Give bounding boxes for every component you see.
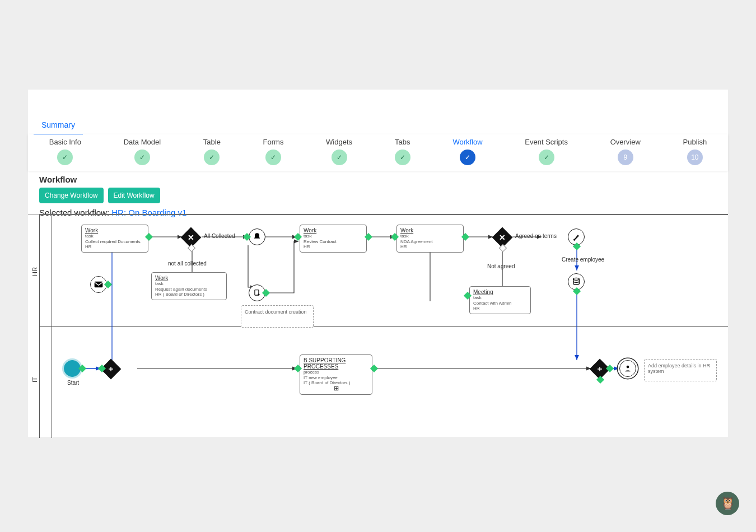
lane-label-hr: HR [31,267,38,276]
check-icon: ✓ [332,150,347,165]
step-label: Data Model [124,138,161,146]
task-meeting[interactable]: Meeting task Contact with Admin HR [469,286,531,314]
task-request-again[interactable]: Work task Request again documents HR ( B… [151,272,227,300]
edge-label-all-collected: All Collected [204,233,235,239]
wizard-step-forms[interactable]: Forms✓ [263,138,284,165]
start-label: Start [67,380,79,386]
step-label: Workflow [452,138,482,146]
check-icon: ✓ [134,150,150,165]
help-avatar-button[interactable]: 🦉 [716,492,739,515]
step-number: 10 [687,150,703,165]
subprocess-supporting[interactable]: B.SUPPORTING PROCESSES process IT new em… [300,354,372,395]
bpmn-canvas[interactable]: HR IT [28,214,728,438]
bell-icon [253,232,262,241]
check-icon: ✓ [539,150,554,165]
subprocess-add-details[interactable]: Add employee details in HR system [644,359,717,381]
wizard-step-publish[interactable]: Publish10 [683,138,707,165]
wizard-step-widgets[interactable]: Widgets✓ [326,138,352,165]
wizard-steps: Basic Info✓Data Model✓Table✓Forms✓Widget… [28,134,728,171]
document-plus-icon [253,289,261,297]
svg-point-2 [573,278,580,280]
step-number: ✓ [460,150,475,165]
database-icon [572,277,581,286]
step-label: Widgets [326,138,352,146]
user-icon [624,365,632,372]
task-review-contract[interactable]: Work task Review Contract HR [300,225,367,253]
envelope-icon [94,281,103,288]
wizard-step-table[interactable]: Table✓ [203,138,221,165]
check-icon: ✓ [395,150,410,165]
step-label: Basic Info [49,138,81,146]
check-icon: ✓ [57,150,73,165]
task-collect-documents[interactable]: Work task Collect required Documents HR [81,225,148,253]
edge-label-not-agreed: Not agreed [487,263,515,269]
lane-label-it: IT [31,377,38,382]
step-label: Event Scripts [525,138,568,146]
step-number: 9 [618,150,633,165]
edge-label-create-emp: Create employee [562,256,604,263]
owl-icon: 🦉 [720,496,735,511]
edge-label-not-all: not all collected [168,260,207,267]
edit-workflow-button[interactable]: Edit Workflow [108,188,160,203]
pen-icon [572,233,580,241]
step-label: Tabs [395,138,410,146]
step-label: Forms [263,138,284,146]
step-label: Publish [683,138,707,146]
wizard-step-event-scripts[interactable]: Event Scripts✓ [525,138,568,165]
wizard-step-overview[interactable]: Overview9 [610,138,641,165]
wizard-step-workflow[interactable]: Workflow✓ [452,138,482,165]
event-timer[interactable] [249,228,265,245]
change-workflow-button[interactable]: Change Workflow [39,188,104,203]
check-icon: ✓ [204,150,220,165]
event-end[interactable] [619,360,636,377]
step-label: Overview [610,138,641,146]
wizard-step-data-model[interactable]: Data Model✓ [124,138,161,165]
task-nda[interactable]: Work task NDA Agreement HR [396,225,464,253]
edge-label-agreed: Agreed on terms [515,233,557,239]
wizard-step-tabs[interactable]: Tabs✓ [395,138,410,165]
check-icon: ✓ [265,150,281,165]
svg-rect-1 [95,282,103,288]
svg-point-3 [627,366,629,368]
subprocess-contract-doc[interactable]: Contract document creation [241,305,314,328]
wizard-step-basic-info[interactable]: Basic Info✓ [49,138,81,165]
step-label: Table [203,138,221,146]
tab-summary[interactable]: Summary [34,115,83,135]
workflow-section-title: Workflow [39,175,186,184]
